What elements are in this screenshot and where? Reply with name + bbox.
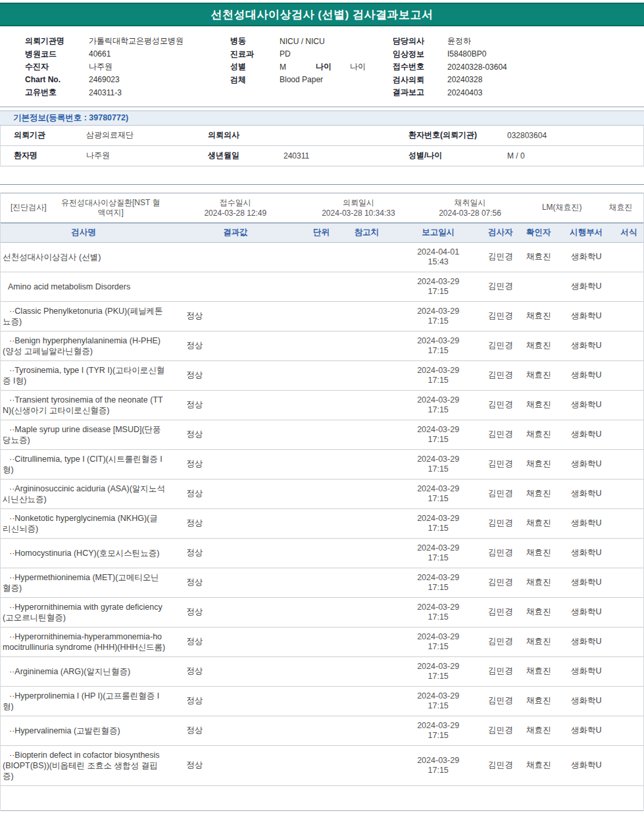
field-institution-name: 의뢰기관명가톨릭대학교은평성모병원 xyxy=(25,35,230,48)
order-collect-datetime: 채취일시 2024-03-28 07:56 xyxy=(414,197,526,218)
field-patient-no-value: 032803604 xyxy=(507,131,643,140)
reported-datetime: 2024-03-2917:15 xyxy=(395,304,482,329)
field-value: 40661 xyxy=(89,49,111,59)
form-cell xyxy=(614,373,643,378)
reference-value xyxy=(339,255,395,260)
confirmer-name: 채효진 xyxy=(519,397,558,413)
column-header-reference: 참고치 xyxy=(339,227,395,238)
reported-datetime: 2024-03-2917:15 xyxy=(395,629,482,654)
field-label: 병원코드 xyxy=(25,49,89,60)
tester-name: 김민경 xyxy=(482,308,520,324)
result-row: ··Argininosuccinic aciduria (ASA)(알지노석시닌… xyxy=(1,480,643,509)
order-request-datetime: 의뢰일시 2024-03-28 10:34:33 xyxy=(303,197,414,218)
test-name: ··Homocystinuria (HCY)(호모시스틴뇨증) xyxy=(1,544,166,562)
field-hospital-code: 병원코드40661 xyxy=(25,48,230,61)
result-row: ··Transient tyrosinemia of the neonate (… xyxy=(1,391,643,420)
field-patient-no-label: 환자번호(의뢰기관) xyxy=(409,130,507,141)
confirmer-name: 채효진 xyxy=(519,693,558,709)
field-birth-date-label: 생년월일 xyxy=(208,150,284,161)
test-name: ··Argininosuccinic aciduria (ASA)(알지노석시닌… xyxy=(1,480,166,508)
result-value: 정상 xyxy=(166,367,304,383)
tester-name: 김민경 xyxy=(482,545,520,561)
order-collector: 채효진 xyxy=(598,202,643,213)
order-receipt-value: 2024-03-28 12:49 xyxy=(168,208,303,218)
tester-name: 김민경 xyxy=(482,249,520,265)
unit-value xyxy=(304,521,339,526)
tester-name: 김민경 xyxy=(482,722,520,739)
order-type: [진단검사] xyxy=(1,202,53,213)
field-label: 담당의사 xyxy=(393,36,447,47)
test-name: ··Nonketotic hyperglycinemia (NKHG)(글리신뇌… xyxy=(1,509,166,538)
form-cell xyxy=(614,728,643,733)
unit-value xyxy=(304,343,339,349)
field-patient: 수진자나주원 xyxy=(25,61,230,74)
result-value: 정상 xyxy=(166,456,304,472)
column-header-department: 시행부서 xyxy=(558,227,614,238)
field-sex-age: 성별M나이나이 xyxy=(230,61,393,74)
unit-value xyxy=(304,763,339,768)
result-value: 정상 xyxy=(166,337,304,354)
field-chart-no: Chart No.2469023 xyxy=(25,74,230,87)
unit-value xyxy=(304,314,339,319)
field-value: 20240403 xyxy=(447,88,482,97)
field-referring-doctor-label: 의뢰의사 xyxy=(208,130,284,141)
department-name: 생화학U xyxy=(558,308,614,324)
column-header-result: 결과값 xyxy=(166,227,304,238)
confirmer-name: 채효진 xyxy=(519,456,558,472)
reference-value xyxy=(339,403,395,408)
result-row: Amino acid metabolism Disorders 2024-03-… xyxy=(1,272,643,302)
test-name: ··Benign hyperphenylalaninemia (H-PHE)(양… xyxy=(1,332,166,360)
result-row: ··Citrullinemia, type I (CIT)(시트룰린혈증 I형)… xyxy=(1,450,643,480)
field-label: Chart No. xyxy=(25,75,89,84)
department-name: 생화학U xyxy=(558,397,614,413)
reference-value xyxy=(339,728,395,733)
form-cell xyxy=(614,551,643,556)
confirmer-name: 채효진 xyxy=(519,308,558,324)
column-header-report-date: 보고일시 xyxy=(395,227,482,238)
tester-name: 김민경 xyxy=(482,367,520,383)
form-cell xyxy=(614,580,643,585)
section-divider xyxy=(0,107,644,107)
confirmer-name: 채효진 xyxy=(519,574,558,591)
result-row: ··Nonketotic hyperglycinemia (NKHG)(글리신뇌… xyxy=(1,509,643,539)
field-value: M xyxy=(280,62,316,72)
form-cell xyxy=(614,403,643,408)
reference-value xyxy=(339,491,395,497)
result-row: ··Biopterin defect in cofactor biosynthe… xyxy=(1,746,643,786)
department-name: 생화학U xyxy=(558,426,614,443)
test-name: ··Maple syrup urine disease [MSUD](단풍당뇨증… xyxy=(1,420,166,449)
test-name: Amino acid metabolism Disorders xyxy=(1,278,166,296)
field-label: 결과보고 xyxy=(393,87,447,98)
tester-name: 김민경 xyxy=(482,397,520,413)
field-patient-name-value: 나주원 xyxy=(86,150,208,161)
unit-value xyxy=(304,284,339,289)
test-name: ··Hyperornithinemia with gyrate deficien… xyxy=(1,598,166,627)
result-row: 선천성대사이상검사 (선별) 2024-04-0115:43 김민경 채효진 생… xyxy=(1,243,643,272)
results-section: [진단검사] 유전성대사이상질환[NST 혈액여지] 접수일시 2024-03-… xyxy=(0,193,644,811)
reference-value xyxy=(339,639,395,645)
result-value: 정상 xyxy=(166,485,304,502)
column-header-unit: 단위 xyxy=(304,227,339,238)
test-name: ··Hypermethioninemia (MET)(고메티오닌혈증) xyxy=(1,568,166,597)
result-value xyxy=(166,255,304,260)
reference-value xyxy=(339,284,395,289)
reported-datetime: 2024-03-2917:15 xyxy=(395,481,482,506)
result-row: ··Maple syrup urine disease [MSUD](단풍당뇨증… xyxy=(1,420,643,450)
result-value: 정상 xyxy=(166,757,304,774)
department-name: 생화학U xyxy=(558,693,614,709)
unit-value xyxy=(304,728,339,733)
unit-value xyxy=(304,432,339,437)
reported-datetime: 2024-03-2917:15 xyxy=(395,600,482,625)
form-cell xyxy=(614,699,643,704)
field-value: I58480BP0 xyxy=(447,49,486,59)
form-cell xyxy=(614,284,643,289)
tester-name: 김민경 xyxy=(482,633,520,650)
form-cell xyxy=(614,314,643,319)
result-row: ··Hyperornithinemia with gyrate deficien… xyxy=(1,598,643,628)
confirmer-name: 채효진 xyxy=(519,757,558,774)
field-value: 20240328 xyxy=(447,75,482,84)
field-label: 병동 xyxy=(230,36,280,47)
tester-name: 김민경 xyxy=(482,485,520,502)
field-value: 240311-3 xyxy=(89,88,122,97)
tester-name: 김민경 xyxy=(482,757,520,774)
